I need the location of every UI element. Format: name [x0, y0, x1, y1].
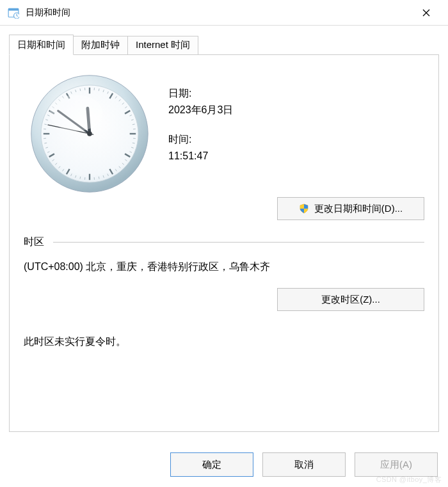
cancel-button[interactable]: 取消 — [262, 452, 346, 477]
window-title: 日期和时间 — [26, 7, 412, 19]
tab-internet-time[interactable]: Internet 时间 — [127, 36, 198, 55]
close-icon — [422, 9, 430, 17]
analog-clock — [29, 73, 150, 195]
app-icon — [8, 7, 19, 19]
change-timezone-row: 更改时区(Z)... — [24, 288, 424, 311]
ok-button[interactable]: 确定 — [170, 452, 253, 477]
tab-label: 附加时钟 — [81, 39, 120, 50]
apply-button[interactable]: 应用(A) — [355, 452, 438, 477]
date-value: 2023年6月3日 — [168, 102, 424, 118]
dialog-footer: 确定 取消 应用(A) — [170, 452, 438, 477]
timezone-text: (UTC+08:00) 北京，重庆，香港特别行政区，乌鲁木齐 — [24, 260, 424, 274]
tab-panel: 日期: 2023年6月3日 时间: 11:51:47 — [9, 54, 439, 432]
change-timezone-button[interactable]: 更改时区(Z)... — [277, 288, 424, 311]
svg-rect-1 — [8, 8, 19, 10]
change-datetime-row: 更改日期和时间(D)... — [24, 197, 424, 220]
tabs-container: 日期和时间 附加时钟 Internet 时间 — [9, 35, 439, 432]
svg-point-72 — [87, 131, 92, 136]
titlebar: 日期和时间 — [0, 0, 448, 26]
time-value: 11:51:47 — [168, 148, 424, 164]
shield-icon — [299, 204, 309, 214]
time-label: 时间: — [168, 132, 424, 147]
datetime-info: 日期: 2023年6月3日 时间: 11:51:47 — [168, 73, 424, 178]
tab-label: 日期和时间 — [17, 39, 65, 50]
tab-datetime[interactable]: 日期和时间 — [9, 35, 74, 55]
close-button[interactable] — [412, 0, 440, 26]
tab-additional-clocks[interactable]: 附加时钟 — [73, 36, 128, 55]
timezone-label: 时区 — [24, 236, 44, 249]
date-label: 日期: — [168, 86, 424, 101]
dst-text: 此时区未实行夏令时。 — [24, 335, 424, 349]
button-label: 应用(A) — [380, 459, 412, 471]
change-datetime-button[interactable]: 更改日期和时间(D)... — [277, 197, 424, 220]
button-label: 更改时区(Z)... — [321, 294, 380, 306]
button-label: 确定 — [202, 459, 221, 471]
content-area: 日期和时间 附加时钟 Internet 时间 — [0, 26, 448, 441]
datetime-row: 日期: 2023年6月3日 时间: 11:51:47 — [24, 73, 424, 195]
button-label: 取消 — [294, 459, 314, 471]
button-label: 更改日期和时间(D)... — [314, 203, 403, 215]
svg-point-73 — [49, 95, 103, 131]
timezone-section-header: 时区 — [24, 236, 424, 249]
divider — [53, 242, 424, 243]
tabs: 日期和时间 附加时钟 Internet 时间 — [9, 35, 439, 55]
tab-label: Internet 时间 — [136, 39, 190, 50]
